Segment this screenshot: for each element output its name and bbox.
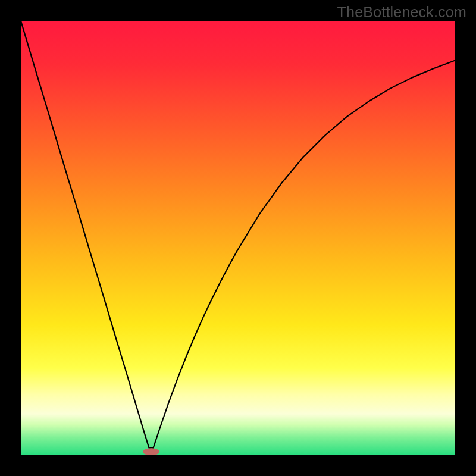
watermark-text: TheBottleneck.com xyxy=(337,4,466,21)
bottleneck-chart xyxy=(21,21,455,455)
optimum-marker xyxy=(143,448,159,455)
chart-frame: TheBottleneck.com xyxy=(0,0,476,476)
